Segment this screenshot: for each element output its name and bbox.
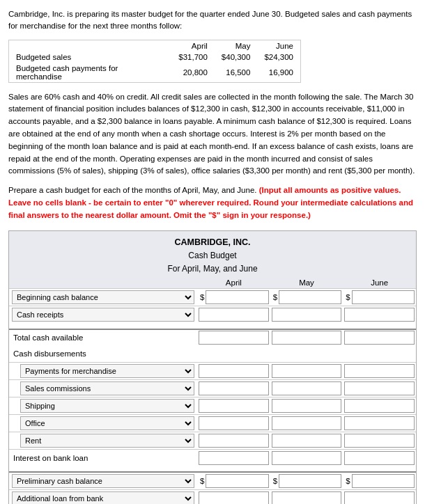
rent-select[interactable]: Rent	[20, 434, 194, 448]
payments-merch-june-input[interactable]	[344, 364, 415, 378]
total-cash-april-cell	[197, 330, 270, 345]
interest-label: Interest on bank loan	[9, 452, 197, 464]
intro-text: Cambridge, Inc. is preparing its master …	[8, 8, 417, 33]
sales-comm-june-cell	[343, 381, 416, 396]
budget-subtitle: For April, May, and June	[9, 262, 416, 276]
rent-label[interactable]: Rent	[9, 432, 197, 449]
additional-loan-label[interactable]: Additional loan from bank	[9, 490, 197, 504]
sales-comm-may-cell	[270, 381, 343, 396]
additional-loan-april-input[interactable]	[199, 491, 269, 504]
preliminary-may-cell: $	[270, 473, 343, 489]
cash-receipts-april-input[interactable]	[199, 308, 269, 322]
col-april-header: April	[171, 40, 215, 52]
row-interest: Interest on bank loan	[9, 449, 416, 466]
cash-budget-section: CAMBRIDGE, INC. Cash Budget For April, M…	[8, 230, 417, 504]
rent-may-cell	[270, 433, 343, 448]
column-headers: April May June	[9, 277, 416, 288]
additional-loan-may-input[interactable]	[272, 491, 342, 504]
payments-merchandise-select[interactable]: Payments for merchandise	[20, 364, 194, 378]
sales-commissions-label[interactable]: Sales commissions	[9, 380, 197, 397]
interest-june-cell	[343, 450, 416, 466]
office-may-input[interactable]	[272, 416, 342, 430]
beginning-cash-may-input[interactable]	[279, 290, 341, 304]
instruction-text: Prepare a cash budget for each of the mo…	[8, 184, 417, 221]
office-june-input[interactable]	[344, 416, 415, 430]
office-salaries-select[interactable]: Office	[20, 416, 194, 430]
budget-title: Cash Budget	[9, 249, 416, 262]
preliminary-cash-select[interactable]: Preliminary cash balance	[12, 474, 194, 488]
office-may-cell	[270, 416, 343, 431]
rent-april-input[interactable]	[199, 434, 269, 448]
sales-comm-april-cell	[197, 381, 270, 396]
office-april-input[interactable]	[199, 416, 269, 430]
payments-merchandise-label[interactable]: Payments for merchandise	[9, 363, 197, 379]
budgeted-cash-payments-label: Budgeted cash payments for merchandise	[9, 63, 172, 83]
rent-june-input[interactable]	[344, 434, 415, 448]
beginning-cash-label[interactable]: Beginning cash balance	[9, 289, 197, 306]
payments-merch-april-input[interactable]	[199, 364, 269, 378]
total-cash-june-input[interactable]	[344, 331, 415, 345]
col-june-header: June	[257, 40, 300, 52]
description-text: Sales are 60% cash and 40% on credit. Al…	[8, 91, 417, 178]
budgeted-sales-april: $31,700	[171, 52, 215, 63]
rent-may-input[interactable]	[272, 434, 342, 448]
shipping-june-cell	[343, 398, 416, 414]
additional-loan-select[interactable]: Additional loan from bank	[12, 491, 194, 504]
office-salaries-label[interactable]: Office	[9, 415, 197, 432]
beginning-cash-june-cell: $	[343, 290, 416, 305]
interest-may-cell	[270, 450, 343, 466]
shipping-select[interactable]: Shipping	[20, 399, 194, 413]
interest-june-input[interactable]	[344, 451, 415, 465]
budget-grid: Beginning cash balance $ $ $ Cash receip…	[9, 288, 416, 504]
interest-april-input[interactable]	[199, 451, 269, 465]
shipping-label[interactable]: Shipping	[9, 397, 197, 414]
header-may: May	[270, 278, 343, 287]
shipping-april-input[interactable]	[199, 399, 269, 413]
interest-may-input[interactable]	[272, 451, 342, 465]
preliminary-may-input[interactable]	[279, 474, 341, 488]
beginning-cash-april-input[interactable]	[206, 290, 268, 304]
row-cash-disbursements-header: Cash disbursements	[9, 345, 416, 362]
row-office-salaries: Office	[9, 414, 416, 432]
additional-loan-june-input[interactable]	[344, 491, 415, 504]
payments-merch-june-cell	[343, 363, 416, 379]
budgeted-cash-payments-june: 16,900	[257, 63, 300, 83]
cash-receipts-may-cell	[270, 307, 343, 322]
row-cash-receipts: Cash receipts	[9, 306, 416, 323]
budgeted-sales-june: $24,300	[257, 52, 300, 63]
interest-april-cell	[197, 450, 270, 466]
preliminary-cash-label[interactable]: Preliminary cash balance	[9, 473, 197, 489]
rent-april-cell	[197, 433, 270, 448]
rent-june-cell	[343, 433, 416, 448]
spacer-2	[9, 466, 416, 471]
cash-receipts-may-input[interactable]	[272, 308, 342, 322]
budgeted-cash-payments-may: 16,500	[215, 63, 258, 83]
cash-receipts-june-input[interactable]	[344, 308, 415, 322]
cash-disbursements-label: Cash disbursements	[9, 348, 197, 359]
shipping-june-input[interactable]	[344, 399, 415, 413]
total-cash-april-input[interactable]	[199, 331, 269, 345]
preliminary-april-input[interactable]	[206, 474, 268, 488]
cash-receipts-select[interactable]: Cash receipts	[12, 308, 194, 322]
dollar-sign: $	[272, 293, 279, 301]
row-total-cash: Total cash available	[9, 329, 416, 345]
sales-commissions-select[interactable]: Sales commissions	[20, 381, 194, 395]
shipping-may-input[interactable]	[272, 399, 342, 413]
beginning-cash-april-cell: $	[197, 290, 270, 305]
preliminary-june-cell: $	[343, 473, 416, 489]
preliminary-june-input[interactable]	[352, 474, 415, 488]
budgeted-sales-table: April May June Budgeted sales $31,700 $4…	[8, 40, 301, 83]
total-cash-may-input[interactable]	[272, 331, 342, 345]
beginning-cash-select[interactable]: Beginning cash balance	[12, 290, 194, 304]
budgeted-cash-payments-april: 20,800	[171, 63, 215, 83]
sales-comm-may-input[interactable]	[272, 381, 342, 395]
instruction-prefix: Prepare a cash budget for each of the mo…	[8, 186, 259, 194]
total-cash-may-cell	[270, 330, 343, 345]
sales-comm-june-input[interactable]	[344, 381, 415, 395]
sales-comm-april-input[interactable]	[199, 381, 269, 395]
office-june-cell	[343, 416, 416, 431]
beginning-cash-june-input[interactable]	[352, 290, 415, 304]
cash-receipts-june-cell	[343, 307, 416, 322]
cash-receipts-label[interactable]: Cash receipts	[9, 306, 197, 323]
payments-merch-may-input[interactable]	[272, 364, 342, 378]
